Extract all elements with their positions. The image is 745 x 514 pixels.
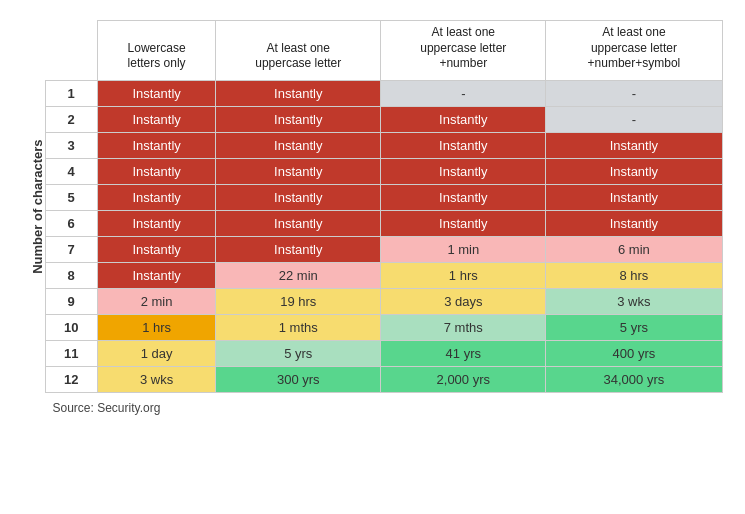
cell-row12-col1: 3 wks xyxy=(97,366,215,392)
cell-row12-col2: 300 yrs xyxy=(216,366,381,392)
cell-row4-col2: Instantly xyxy=(216,158,381,184)
cell-row5-col1: Instantly xyxy=(97,184,215,210)
cell-row9-col3: 3 days xyxy=(381,288,546,314)
row-number: 5 xyxy=(45,184,97,210)
cell-row3-col2: Instantly xyxy=(216,132,381,158)
cell-row1-col1: Instantly xyxy=(97,80,215,106)
cell-row1-col2: Instantly xyxy=(216,80,381,106)
cell-row9-col1: 2 min xyxy=(97,288,215,314)
row-number: 4 xyxy=(45,158,97,184)
cell-row6-col3: Instantly xyxy=(381,210,546,236)
y-axis-label: Number of characters xyxy=(23,20,45,393)
cell-row10-col4: 5 yrs xyxy=(546,314,722,340)
table-row: 4InstantlyInstantlyInstantlyInstantly xyxy=(45,158,722,184)
cell-row3-col4: Instantly xyxy=(546,132,722,158)
cell-row2-col3: Instantly xyxy=(381,106,546,132)
cell-row9-col4: 3 wks xyxy=(546,288,722,314)
cell-row10-col3: 7 mths xyxy=(381,314,546,340)
chart-container: Number of characters Lowercaseletters on… xyxy=(23,20,723,415)
cell-row10-col2: 1 mths xyxy=(216,314,381,340)
cell-row6-col1: Instantly xyxy=(97,210,215,236)
cell-row11-col3: 41 yrs xyxy=(381,340,546,366)
cell-row4-col4: Instantly xyxy=(546,158,722,184)
row-number: 12 xyxy=(45,366,97,392)
cell-row10-col1: 1 hrs xyxy=(97,314,215,340)
cell-row1-col3: - xyxy=(381,80,546,106)
cell-row5-col2: Instantly xyxy=(216,184,381,210)
table-row: 8Instantly22 min1 hrs8 hrs xyxy=(45,262,722,288)
cell-row7-col1: Instantly xyxy=(97,236,215,262)
cell-row2-col1: Instantly xyxy=(97,106,215,132)
cell-row7-col4: 6 min xyxy=(546,236,722,262)
header-col3: At least oneuppercase letter+number xyxy=(381,21,546,81)
cell-row3-col3: Instantly xyxy=(381,132,546,158)
password-table: Lowercaseletters only At least oneupperc… xyxy=(45,20,723,393)
table-row: 101 hrs1 mths7 mths5 yrs xyxy=(45,314,722,340)
cell-row2-col2: Instantly xyxy=(216,106,381,132)
cell-row8-col2: 22 min xyxy=(216,262,381,288)
cell-row11-col1: 1 day xyxy=(97,340,215,366)
cell-row8-col1: Instantly xyxy=(97,262,215,288)
table-wrapper: Number of characters Lowercaseletters on… xyxy=(23,20,723,393)
header-row-num xyxy=(45,21,97,81)
header-col4: At least oneuppercase letter+number+symb… xyxy=(546,21,722,81)
row-number: 8 xyxy=(45,262,97,288)
table-row: 92 min19 hrs3 days3 wks xyxy=(45,288,722,314)
cell-row4-col1: Instantly xyxy=(97,158,215,184)
table-row: 6InstantlyInstantlyInstantlyInstantly xyxy=(45,210,722,236)
header-col2: At least oneuppercase letter xyxy=(216,21,381,81)
cell-row5-col3: Instantly xyxy=(381,184,546,210)
header-col1: Lowercaseletters only xyxy=(97,21,215,81)
table-row: 5InstantlyInstantlyInstantlyInstantly xyxy=(45,184,722,210)
table-row: 2InstantlyInstantlyInstantly- xyxy=(45,106,722,132)
cell-row6-col4: Instantly xyxy=(546,210,722,236)
cell-row1-col4: - xyxy=(546,80,722,106)
row-number: 2 xyxy=(45,106,97,132)
table-row: 111 day5 yrs41 yrs400 yrs xyxy=(45,340,722,366)
cell-row12-col3: 2,000 yrs xyxy=(381,366,546,392)
table-row: 1InstantlyInstantly-- xyxy=(45,80,722,106)
cell-row5-col4: Instantly xyxy=(546,184,722,210)
row-number: 6 xyxy=(45,210,97,236)
cell-row8-col3: 1 hrs xyxy=(381,262,546,288)
cell-row7-col3: 1 min xyxy=(381,236,546,262)
row-number: 10 xyxy=(45,314,97,340)
row-number: 3 xyxy=(45,132,97,158)
cell-row8-col4: 8 hrs xyxy=(546,262,722,288)
cell-row4-col3: Instantly xyxy=(381,158,546,184)
cell-row6-col2: Instantly xyxy=(216,210,381,236)
cell-row3-col1: Instantly xyxy=(97,132,215,158)
row-number: 9 xyxy=(45,288,97,314)
cell-row11-col2: 5 yrs xyxy=(216,340,381,366)
table-row: 123 wks300 yrs2,000 yrs34,000 yrs xyxy=(45,366,722,392)
cell-row11-col4: 400 yrs xyxy=(546,340,722,366)
cell-row7-col2: Instantly xyxy=(216,236,381,262)
cell-row2-col4: - xyxy=(546,106,722,132)
cell-row9-col2: 19 hrs xyxy=(216,288,381,314)
row-number: 1 xyxy=(45,80,97,106)
row-number: 11 xyxy=(45,340,97,366)
source-credit: Source: Security.org xyxy=(23,401,723,415)
table-row: 7InstantlyInstantly1 min6 min xyxy=(45,236,722,262)
cell-row12-col4: 34,000 yrs xyxy=(546,366,722,392)
table-row: 3InstantlyInstantlyInstantlyInstantly xyxy=(45,132,722,158)
row-number: 7 xyxy=(45,236,97,262)
